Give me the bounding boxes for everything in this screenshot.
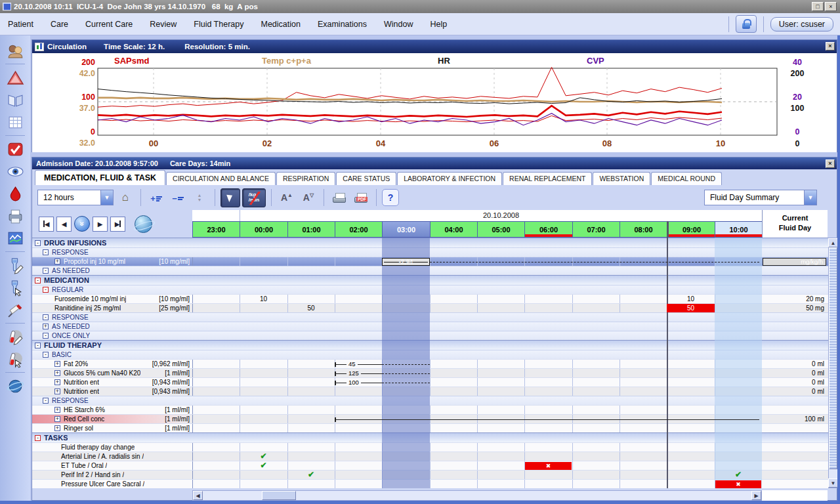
section-drug-infusions[interactable]: -DRUG INFUSIONS (32, 238, 838, 247)
row-propofol-inj-10-mg-ml[interactable]: +Propofol inj 10 mg/ml[10 mg/ml]-2,94mg/… (32, 257, 838, 266)
time-range-select[interactable]: 12 hours ▼ (37, 190, 114, 205)
infusion-rate-label[interactable]: 100 (346, 379, 361, 386)
row-glucos-5-cum-na40-k20[interactable]: +Glucos 5% cum Na40 K20[1 ml/ml]1250 ml (32, 368, 838, 377)
row-nutrition-ent[interactable]: +Nutrition ent[0,943 ml/ml]1000 ml (32, 377, 838, 387)
time-column-01-00[interactable]: 01:00 (287, 221, 335, 238)
blood-sample-icon[interactable] (3, 182, 27, 205)
dose-value-cell[interactable]: 50 (287, 304, 335, 312)
time-column-07-00[interactable]: 07:00 (572, 221, 620, 238)
flowsheet-icon[interactable] (3, 111, 27, 133)
section-tasks[interactable]: -TASKS (32, 432, 838, 442)
expand-box[interactable]: + (54, 407, 60, 413)
task-done-check-icon[interactable]: ✔ (240, 452, 287, 461)
time-column-03-00[interactable]: 03:00 (382, 221, 430, 238)
dose-value-cell[interactable]: 50 (667, 304, 715, 312)
infusion-order-icon[interactable] (3, 254, 27, 276)
row-et-tube-oral-[interactable]: ET Tube / Oral /✔✖ (32, 461, 838, 470)
expand-box[interactable]: + (54, 259, 60, 264)
collapse-box[interactable]: - (35, 435, 41, 441)
nav-last-button[interactable]: ▶ (110, 217, 125, 232)
expand-box[interactable]: + (54, 370, 60, 376)
menu-examinations[interactable]: Examinations (309, 13, 375, 35)
expand-collapse-button[interactable]: ▲▼ (190, 188, 209, 207)
expand-box[interactable]: + (54, 361, 60, 367)
menu-window[interactable]: Window (375, 13, 421, 35)
menu-review[interactable]: Review (141, 13, 185, 35)
menu-fluid-therapy[interactable]: Fluid Therapy (185, 13, 252, 35)
select-mode-button[interactable] (220, 188, 240, 207)
tasks-icon[interactable] (3, 138, 27, 160)
add-order-button[interactable]: + (146, 188, 166, 207)
tab-webstation[interactable]: WEBSTATION (593, 172, 650, 185)
row-red-cell-conc[interactable]: +Red Cell conc[1 ml/ml]100 ml (32, 414, 838, 423)
group-regular[interactable]: -REGULAR (32, 285, 838, 294)
horizontal-scrollbar[interactable]: ◀ ▶ (192, 490, 762, 501)
nav-previous-button[interactable]: ◀ (56, 217, 72, 232)
injection-icon[interactable] (3, 299, 27, 321)
collapse-box[interactable]: - (35, 278, 41, 284)
collapse-box[interactable]: - (43, 268, 49, 274)
font-increase-button[interactable]: A▲ (277, 188, 297, 207)
collapse-box[interactable]: - (35, 240, 41, 246)
chart-close-button[interactable]: × (826, 42, 835, 51)
tab-renal-replacement[interactable]: RENAL REPLACEMENT (503, 172, 592, 185)
menu-help[interactable]: Help (421, 13, 455, 35)
time-column-10-00[interactable]: 10:00 (715, 221, 762, 238)
nav-first-button[interactable]: ◀ (39, 217, 54, 232)
alarm-icon[interactable] (3, 66, 27, 89)
tab-medication-fluid-task[interactable]: MEDICATION, FLUID & TASK (35, 170, 165, 185)
dose-per-kg-min-button[interactable]: /kg/min (242, 188, 266, 207)
jump-current-button[interactable]: » (74, 216, 90, 232)
expand-box[interactable]: + (54, 416, 60, 422)
scroll-left-button[interactable]: ◀ (193, 491, 203, 500)
row-nutrition-ent[interactable]: +Nutrition ent[0,943 ml/ml]0 ml (32, 387, 838, 396)
infusion-rate-label[interactable]: 45 (346, 360, 358, 368)
task-missed-x-icon[interactable]: ✖ (525, 462, 572, 470)
row-ringer-sol[interactable]: +Ringer sol[1 ml/ml] (32, 423, 838, 432)
dose-value-cell[interactable]: 10 (667, 295, 715, 303)
group-response[interactable]: -RESPONSE (32, 396, 838, 405)
patients-icon[interactable] (3, 39, 27, 62)
row-he-starch-6-[interactable]: +HE Starch 6%[1 ml/ml] (32, 405, 838, 414)
infusion-rate-box[interactable]: -2,94 (382, 258, 430, 266)
lock-button[interactable] (736, 15, 757, 33)
time-column-05-00[interactable]: 05:00 (477, 221, 524, 238)
lab-order-icon[interactable] (3, 326, 27, 348)
trends-icon[interactable] (3, 227, 27, 249)
observation-icon[interactable] (3, 160, 27, 182)
user-button[interactable]: User: csuser (770, 17, 833, 32)
patient-record-icon[interactable] (3, 89, 27, 111)
section-fluid-therapy[interactable]: -FLUID THERAPY (32, 340, 838, 350)
collapse-box[interactable]: - (35, 343, 41, 348)
task-done-check-icon[interactable]: ✔ (715, 471, 762, 479)
time-column-08-00[interactable]: 08:00 (620, 221, 667, 238)
group-once-only[interactable]: -ONCE ONLY (32, 331, 838, 340)
tab-care-status[interactable]: CARE STATUS (336, 172, 396, 185)
expand-box[interactable]: + (54, 379, 60, 385)
print-button[interactable] (329, 188, 349, 207)
task-missed-x-icon[interactable]: ✖ (715, 480, 761, 488)
time-column-09-00[interactable]: 09:00 (667, 221, 715, 238)
time-sync-button[interactable] (135, 215, 152, 233)
horizontal-scroll-thumb[interactable] (262, 491, 296, 500)
row-ranitidine-inj-25-mg-ml[interactable]: Ranitidine inj 25 mg/ml[25 mg/ml]505050 … (32, 303, 838, 312)
scroll-right-button[interactable]: ▶ (751, 491, 761, 500)
menu-patient[interactable]: Patient (0, 13, 42, 35)
collapse-box[interactable]: - (43, 249, 49, 255)
home-button[interactable]: ⌂ (116, 188, 135, 207)
row-furosemide-10-mg-ml-inj[interactable]: Furosemide 10 mg/ml inj[10 mg/ml]101020 … (32, 294, 838, 303)
web-icon[interactable] (3, 375, 27, 397)
row-fat-20-[interactable]: +Fat 20%[0,962 ml/ml]450 ml (32, 359, 838, 368)
time-column-00-00[interactable]: 00:00 (240, 221, 287, 238)
row-perif-inf-2-hand-sin-[interactable]: Perif Inf 2 / Hand sin /✔✔ (32, 470, 838, 479)
remove-order-button[interactable]: − (168, 188, 188, 207)
task-done-check-icon[interactable]: ✔ (240, 461, 287, 470)
panel-close-button[interactable]: × (826, 159, 835, 168)
group-as-needed[interactable]: -AS NEEDED (32, 266, 838, 275)
scroll-down-button[interactable]: ▼ (828, 478, 838, 488)
tab-laboratory-infection[interactable]: LABORATORY & INFECTION (397, 172, 502, 185)
collapse-box[interactable]: - (43, 333, 49, 339)
print-icon[interactable] (3, 205, 27, 227)
restore-button[interactable]: □ (812, 2, 824, 11)
menu-current-care[interactable]: Current Care (77, 13, 141, 35)
